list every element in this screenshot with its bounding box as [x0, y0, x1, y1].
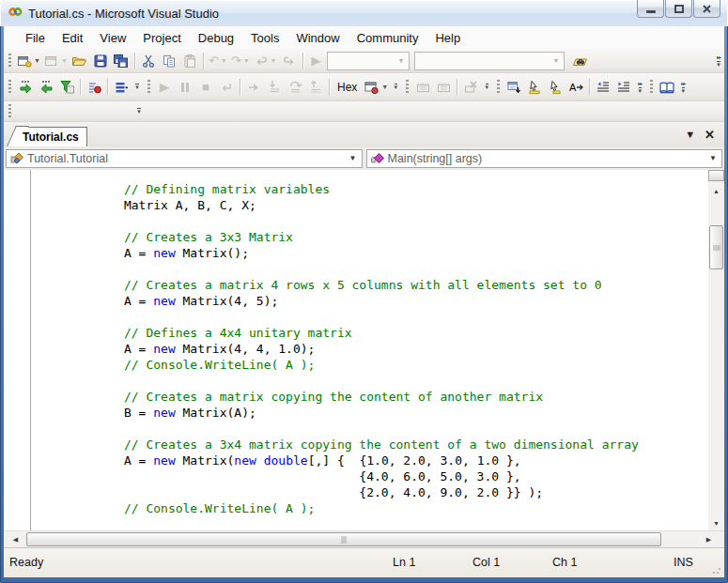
save-button[interactable]	[90, 51, 111, 71]
code-area[interactable]: // Defining matrix variables Matrix A, B…	[36, 181, 639, 516]
run-to-cursor-button[interactable]	[56, 77, 77, 98]
increase-indent-button[interactable]	[613, 77, 634, 98]
scroll-down-button[interactable]: ▼	[708, 515, 724, 530]
scroll-up-button[interactable]: ▲	[708, 183, 724, 198]
menu-help[interactable]: Help	[426, 28, 469, 48]
step-out-button[interactable]	[305, 77, 326, 98]
toggle-breakpoint-button[interactable]	[84, 77, 104, 98]
toolbar-grip[interactable]	[497, 80, 500, 94]
command-combo[interactable]: ▼	[414, 52, 565, 70]
scroll-left-button[interactable]: ◀	[8, 531, 23, 548]
toolbar-grip[interactable]	[8, 104, 11, 118]
maximize-button[interactable]	[665, 0, 692, 18]
paste-button[interactable]	[179, 51, 200, 71]
toolbar-grip[interactable]	[8, 80, 11, 94]
title-bar[interactable]: Tutorial.cs - Microsoft Visual Studio	[0, 0, 728, 26]
types-dropdown[interactable]: Tutorial.Tutorial ▼	[6, 149, 363, 168]
bookmarks-button[interactable]	[657, 77, 677, 98]
toolbar-grip[interactable]	[8, 54, 11, 68]
find-in-files-button[interactable]	[570, 51, 591, 71]
code-line: // Console.WriteLine( A );	[36, 357, 639, 373]
paste-icon	[182, 54, 197, 69]
menu-file[interactable]: File	[17, 28, 54, 48]
menu-project[interactable]: Project	[134, 28, 189, 48]
navigate-backward-button[interactable]: ▼	[252, 51, 279, 71]
breakpoints-window-button[interactable]	[111, 77, 132, 98]
stop-button[interactable]: ■	[195, 77, 216, 98]
toolbar-separator	[329, 79, 330, 96]
add-new-item-button[interactable]: ▼	[42, 51, 70, 71]
toolbar-overflow-button[interactable]: ▾	[132, 73, 143, 100]
document-list-dropdown-button[interactable]: ▼	[685, 129, 695, 140]
find-combo[interactable]: ▼	[327, 52, 410, 70]
complete-word-button[interactable]: A	[565, 77, 586, 98]
new-project-button[interactable]: ▼	[15, 51, 42, 71]
resize-grip[interactable]	[712, 565, 721, 575]
minimize-button[interactable]	[637, 0, 664, 18]
menu-view[interactable]: View	[91, 28, 134, 48]
toolbar-grip[interactable]	[650, 80, 653, 94]
toolbar-overflow-button[interactable]: ▸▸▾	[713, 49, 724, 72]
code-editor[interactable]: // Defining matrix variables Matrix A, B…	[4, 170, 724, 530]
restart-button[interactable]	[216, 77, 237, 98]
hex-button[interactable]: Hex	[333, 77, 362, 98]
decrease-indent-button[interactable]	[593, 77, 613, 98]
horizontal-scroll-thumb[interactable]	[26, 532, 661, 546]
cut-button[interactable]	[138, 51, 159, 71]
toolbar-grip[interactable]	[406, 80, 409, 94]
dropdown-arrow-icon: ▼	[61, 57, 68, 64]
code-line	[36, 373, 639, 389]
start-debugging-button[interactable]: ▶	[154, 77, 175, 98]
navigate-forward-icon	[282, 54, 297, 69]
step-into-binary-button[interactable]	[15, 77, 36, 98]
editor-splitter-handle[interactable]	[708, 170, 724, 181]
scroll-right-button[interactable]: ▶	[701, 531, 717, 548]
new-function-breakpoint-button[interactable]	[412, 77, 433, 98]
open-file-button[interactable]	[70, 51, 90, 71]
open-folder-icon	[71, 54, 87, 69]
copy-button[interactable]	[159, 51, 179, 71]
chevron-down-icon: ▾	[137, 108, 141, 115]
debug-toolbar-row: ▾ ▶ ■	[4, 73, 724, 101]
quick-info-button[interactable]	[545, 77, 565, 98]
code-line: Matrix A, B, C, X;	[36, 197, 639, 213]
undo-button[interactable]: ↶▼	[207, 51, 229, 71]
toolbar-overflow-button[interactable]: ▾	[390, 73, 401, 100]
code-line: A = new Matrix(4, 4, 1.0);	[36, 341, 639, 357]
toolbar-overflow-button[interactable]: ▸▸▾	[677, 73, 689, 100]
save-all-button[interactable]	[111, 51, 132, 71]
menu-edit[interactable]: Edit	[54, 28, 91, 48]
toolbar-grip[interactable]	[147, 80, 150, 94]
pause-button[interactable]	[175, 77, 195, 98]
toolbar-separator	[107, 79, 108, 96]
toolbar-overflow-button[interactable]: ▸▸▾	[634, 73, 645, 100]
parameter-info-button[interactable]	[524, 77, 545, 98]
code-line: {4.0, 6.0, 5.0, 3.0 },	[36, 468, 639, 484]
menu-debug[interactable]: Debug	[190, 28, 242, 48]
new-data-breakpoint-button[interactable]	[433, 77, 454, 98]
navigate-forward-button[interactable]	[279, 51, 300, 71]
members-dropdown-value: Main(string[] args)	[388, 152, 708, 165]
step-over-button[interactable]	[285, 77, 305, 98]
close-button[interactable]	[693, 0, 720, 18]
delete-all-breakpoints-button[interactable]	[460, 77, 481, 98]
horizontal-scrollbar[interactable]: ◀ ▶	[4, 530, 724, 547]
members-dropdown[interactable]: Main(string[] args) ▼	[366, 149, 723, 168]
toolbar-overflow-button[interactable]: ▾	[133, 101, 145, 121]
menu-tools[interactable]: Tools	[242, 28, 287, 48]
vertical-scroll-thumb[interactable]	[709, 225, 723, 269]
close-document-button[interactable]: ✕	[705, 128, 715, 142]
toolbar-overflow-button[interactable]: ▾	[481, 73, 492, 100]
redo-button[interactable]: ↷▼	[229, 51, 252, 71]
display-member-list-button[interactable]	[503, 77, 524, 98]
immediate-window-button[interactable]: ▼	[362, 77, 390, 98]
start-button[interactable]: ▶	[306, 51, 327, 71]
vertical-scrollbar[interactable]: ▲ ▼	[708, 170, 724, 530]
step-into-button[interactable]	[264, 77, 285, 98]
step-back-binary-button[interactable]	[36, 77, 56, 98]
tab-tutorial-cs[interactable]: Tutorial.cs	[19, 127, 87, 146]
client-area: File Edit View Project Debug Tools Windo…	[4, 26, 724, 577]
menu-community[interactable]: Community	[349, 28, 427, 48]
show-next-statement-button[interactable]	[243, 77, 264, 98]
menu-window[interactable]: Window	[287, 28, 348, 48]
